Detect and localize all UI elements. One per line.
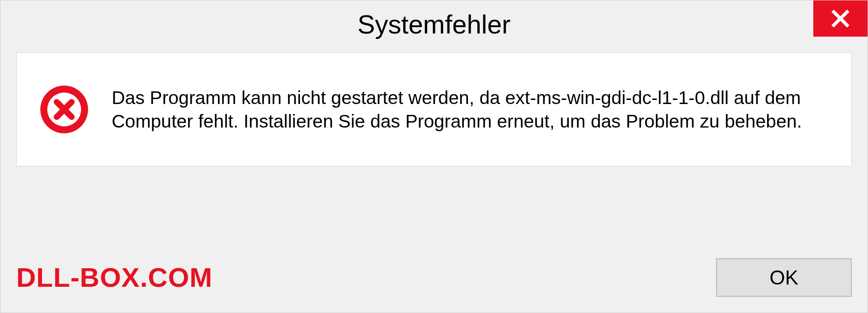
watermark-text: DLL-BOX.COM xyxy=(16,262,212,293)
ok-button-label: OK xyxy=(769,266,798,289)
error-message: Das Programm kann nicht gestartet werden… xyxy=(112,86,829,133)
content-panel: Das Programm kann nicht gestartet werden… xyxy=(16,52,852,166)
ok-button[interactable]: OK xyxy=(716,258,852,297)
close-button[interactable] xyxy=(813,0,868,37)
error-dialog: Systemfehler Das Programm kann nicht ges… xyxy=(0,0,868,313)
dialog-title: Systemfehler xyxy=(358,9,510,39)
footer: DLL-BOX.COM OK xyxy=(0,258,868,313)
titlebar: Systemfehler xyxy=(0,0,868,48)
error-icon xyxy=(39,85,89,134)
close-icon xyxy=(830,9,850,28)
